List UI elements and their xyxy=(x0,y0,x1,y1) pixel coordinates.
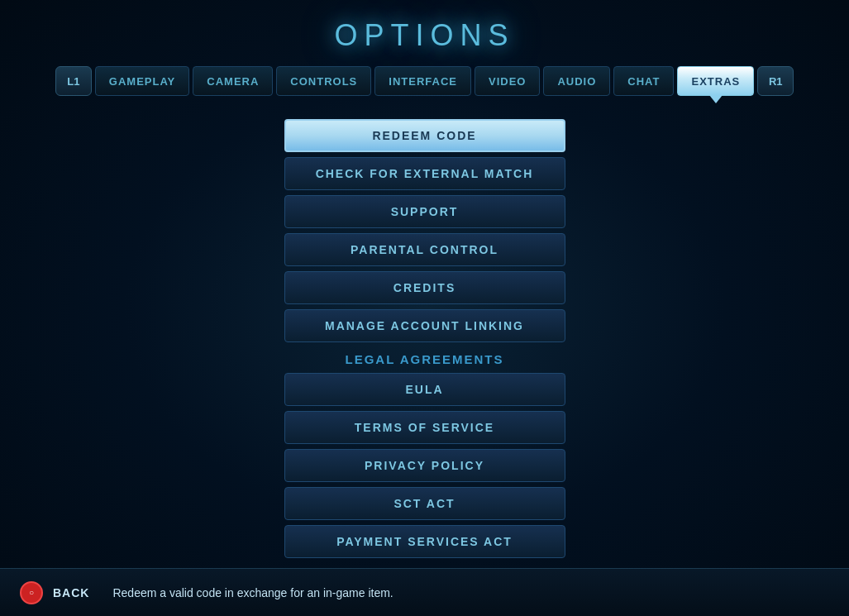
tab-extras[interactable]: EXTRAS xyxy=(677,66,754,96)
shoulder-left-button[interactable]: L1 xyxy=(55,66,92,96)
tab-chat[interactable]: CHAT xyxy=(613,66,674,96)
tab-video[interactable]: VIDEO xyxy=(475,66,540,96)
tab-camera[interactable]: CAMERA xyxy=(193,66,273,96)
manage-account-linking-button[interactable]: MANAGE ACCOUNT LINKING xyxy=(284,309,565,342)
shoulder-right-button[interactable]: R1 xyxy=(757,66,794,96)
footer-bar: ○ BACK Redeem a valid code in exchange f… xyxy=(0,568,849,616)
tab-interface[interactable]: INTERFACE xyxy=(374,66,471,96)
eula-button[interactable]: EULA xyxy=(284,373,565,406)
main-content: REDEEM CODE CHECK FOR EXTERNAL MATCH SUP… xyxy=(0,119,849,558)
tabs-bar: L1 GAMEPLAY CAMERA CONTROLS INTERFACE VI… xyxy=(0,66,849,96)
terms-of-service-button[interactable]: TERMS OF SERVICE xyxy=(284,411,565,444)
footer-description: Redeem a valid code in exchange for an i… xyxy=(112,586,393,599)
tab-audio[interactable]: AUDIO xyxy=(543,66,610,96)
check-external-match-button[interactable]: CHECK FOR EXTERNAL MATCH xyxy=(284,157,565,190)
privacy-policy-button[interactable]: PRIVACY POLICY xyxy=(284,449,565,482)
sct-act-button[interactable]: SCT ACT xyxy=(284,487,565,520)
tab-gameplay[interactable]: GAMEPLAY xyxy=(95,66,189,96)
back-circle-icon: ○ xyxy=(20,581,43,604)
legal-agreements-label: LEGAL AGREEMENTS xyxy=(345,352,503,366)
credits-button[interactable]: CREDITS xyxy=(284,271,565,304)
tab-controls[interactable]: CONTROLS xyxy=(276,66,371,96)
parental-control-button[interactable]: PARENTAL CONTROL xyxy=(284,233,565,266)
back-label: BACK xyxy=(53,586,89,599)
payment-services-act-button[interactable]: PAYMENT SERVICES ACT xyxy=(284,525,565,558)
support-button[interactable]: SUPPORT xyxy=(284,195,565,228)
page-title: OPTIONS xyxy=(0,0,849,53)
redeem-code-button[interactable]: REDEEM CODE xyxy=(284,119,565,152)
